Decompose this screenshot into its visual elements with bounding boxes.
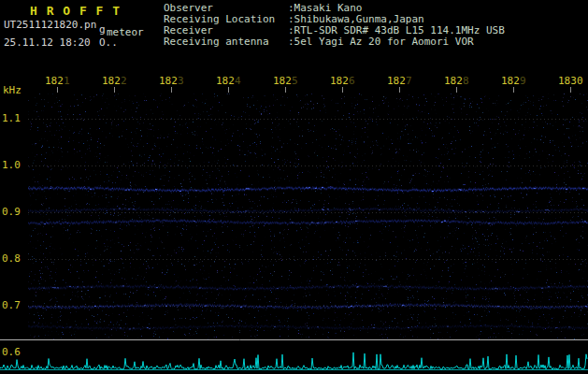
signal-level-polyline: [0, 352, 587, 369]
time-tick-label: 1824: [216, 76, 241, 86]
output-filename: UT2511121820.pn: [4, 19, 96, 31]
output-filename-wrap: g: [99, 23, 106, 36]
time-tick-label: 1823: [159, 76, 184, 86]
time-tick-mark: [399, 87, 400, 93]
time-tick-label: 1825: [273, 76, 298, 86]
info-value: :5el Yagi Az 20 for Aomori VOR: [288, 36, 474, 48]
time-tick-label: 1821: [45, 76, 70, 86]
app-title: H R O F F T: [30, 4, 121, 18]
info-row: Receiving antenna:5el Yagi Az 20 for Aom…: [164, 36, 505, 48]
time-tick-label: 1826: [330, 76, 355, 86]
time-tick-mark: [570, 87, 571, 93]
time-tick-mark: [513, 87, 514, 93]
time-tick-mark: [285, 87, 286, 93]
time-tick-label: 1827: [387, 76, 412, 86]
status-mark: O..: [99, 36, 118, 49]
time-tick-mark: [171, 87, 172, 93]
frequency-axis-unit: kHz: [3, 84, 22, 96]
datetime-label: 25.11.12 18:20: [4, 36, 91, 49]
freq-tick-label: 1.0: [2, 160, 21, 170]
time-tick-mark: [228, 87, 229, 93]
freq-tick-label: 0.7: [2, 300, 21, 310]
observation-info-panel: Observer:Masaki KanoReceiving Location:S…: [164, 3, 505, 48]
time-tick-label: 1828: [444, 76, 469, 86]
time-tick-label: 1830: [558, 76, 583, 86]
hrofft-screenshot: H R O F F T UT2511121820.pn g meteor 25.…: [0, 0, 588, 374]
freq-tick-label: 0.8: [2, 253, 21, 264]
freq-tick-label: 1.1: [2, 113, 21, 123]
info-label: Receiving antenna: [164, 36, 288, 48]
time-tick-mark: [456, 87, 457, 93]
time-tick-mark: [342, 87, 343, 93]
time-tick-label: 1822: [102, 76, 127, 86]
spectrogram: [28, 94, 588, 339]
time-tick-mark: [57, 87, 58, 93]
freq-tick-label: 0.9: [2, 207, 21, 217]
time-tick-mark: [114, 87, 115, 93]
signal-level-trace: [0, 338, 588, 374]
time-tick-label: 1829: [501, 76, 526, 86]
